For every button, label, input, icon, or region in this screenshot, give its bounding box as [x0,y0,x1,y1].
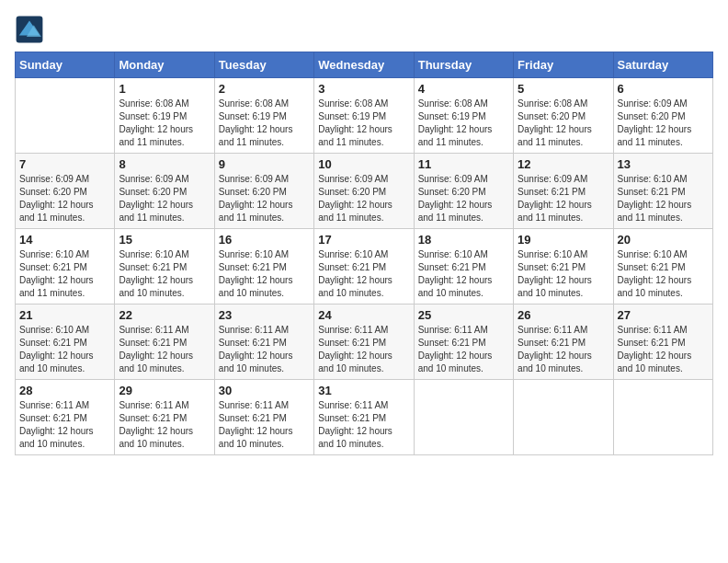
day-number: 7 [19,157,110,171]
day-info: Sunrise: 6:10 AMSunset: 6:21 PMDaylight:… [19,248,110,300]
calendar-cell: 5Sunrise: 6:08 AMSunset: 6:20 PMDaylight… [514,78,613,154]
day-info: Sunrise: 6:10 AMSunset: 6:21 PMDaylight:… [219,248,310,300]
day-info: Sunrise: 6:11 AMSunset: 6:21 PMDaylight:… [219,324,310,375]
day-info: Sunrise: 6:09 AMSunset: 6:20 PMDaylight:… [219,173,310,224]
calendar-cell: 29Sunrise: 6:11 AMSunset: 6:21 PMDayligh… [115,380,214,455]
calendar-cell: 15Sunrise: 6:10 AMSunset: 6:21 PMDayligh… [115,229,214,304]
day-info: Sunrise: 6:08 AMSunset: 6:20 PMDaylight:… [518,98,609,149]
calendar-cell: 22Sunrise: 6:11 AMSunset: 6:21 PMDayligh… [115,304,214,380]
day-number: 31 [318,384,409,397]
day-info: Sunrise: 6:11 AMSunset: 6:21 PMDaylight:… [219,399,310,451]
calendar-cell: 27Sunrise: 6:11 AMSunset: 6:21 PMDayligh… [613,304,712,380]
calendar-cell: 31Sunrise: 6:11 AMSunset: 6:21 PMDayligh… [314,380,414,455]
calendar-table: SundayMondayTuesdayWednesdayThursdayFrid… [15,52,713,455]
calendar-cell: 12Sunrise: 6:09 AMSunset: 6:21 PMDayligh… [514,154,613,229]
day-info: Sunrise: 6:11 AMSunset: 6:21 PMDaylight:… [318,324,409,375]
day-info: Sunrise: 6:09 AMSunset: 6:20 PMDaylight:… [618,98,709,149]
calendar-cell: 9Sunrise: 6:09 AMSunset: 6:20 PMDaylight… [214,154,313,229]
calendar-cell: 16Sunrise: 6:10 AMSunset: 6:21 PMDayligh… [214,229,313,304]
day-info: Sunrise: 6:09 AMSunset: 6:20 PMDaylight:… [418,173,509,224]
day-number: 30 [219,384,310,397]
calendar-cell: 30Sunrise: 6:11 AMSunset: 6:21 PMDayligh… [214,380,313,455]
day-info: Sunrise: 6:10 AMSunset: 6:21 PMDaylight:… [618,248,709,300]
calendar-cell: 19Sunrise: 6:10 AMSunset: 6:21 PMDayligh… [514,229,613,304]
day-number: 5 [518,82,609,96]
day-number: 28 [19,384,110,397]
day-number: 1 [119,82,210,96]
weekday-header-row: SundayMondayTuesdayWednesdayThursdayFrid… [16,52,713,78]
day-info: Sunrise: 6:11 AMSunset: 6:21 PMDaylight:… [518,324,609,375]
calendar-cell: 11Sunrise: 6:09 AMSunset: 6:20 PMDayligh… [414,154,513,229]
calendar-cell [16,78,115,154]
day-number: 29 [119,384,210,397]
calendar-cell: 26Sunrise: 6:11 AMSunset: 6:21 PMDayligh… [514,304,613,380]
day-number: 9 [219,157,310,171]
day-number: 6 [618,82,709,96]
day-info: Sunrise: 6:08 AMSunset: 6:19 PMDaylight:… [219,98,310,149]
day-number: 20 [618,233,709,247]
day-info: Sunrise: 6:11 AMSunset: 6:21 PMDaylight:… [19,399,110,451]
weekday-header-sunday: Sunday [16,52,115,78]
logo-icon [15,15,44,44]
day-info: Sunrise: 6:11 AMSunset: 6:21 PMDaylight:… [119,399,210,451]
day-number: 11 [418,157,509,171]
day-number: 13 [618,157,709,171]
calendar-cell: 1Sunrise: 6:08 AMSunset: 6:19 PMDaylight… [115,78,214,154]
calendar-cell: 14Sunrise: 6:10 AMSunset: 6:21 PMDayligh… [16,229,115,304]
calendar-cell: 20Sunrise: 6:10 AMSunset: 6:21 PMDayligh… [613,229,712,304]
calendar-cell: 23Sunrise: 6:11 AMSunset: 6:21 PMDayligh… [214,304,313,380]
day-number: 16 [219,233,310,247]
weekday-header-monday: Monday [115,52,214,78]
calendar-cell: 8Sunrise: 6:09 AMSunset: 6:20 PMDaylight… [115,154,214,229]
calendar-week-row: 7Sunrise: 6:09 AMSunset: 6:20 PMDaylight… [16,154,713,229]
weekday-header-saturday: Saturday [613,52,712,78]
weekday-header-wednesday: Wednesday [314,52,414,78]
calendar-cell: 4Sunrise: 6:08 AMSunset: 6:19 PMDaylight… [414,78,513,154]
weekday-header-thursday: Thursday [414,52,513,78]
calendar-cell: 13Sunrise: 6:10 AMSunset: 6:21 PMDayligh… [613,154,712,229]
calendar-cell: 6Sunrise: 6:09 AMSunset: 6:20 PMDaylight… [613,78,712,154]
day-number: 15 [119,233,210,247]
day-info: Sunrise: 6:10 AMSunset: 6:21 PMDaylight:… [618,173,709,224]
day-number: 27 [618,308,709,322]
logo [15,15,48,44]
calendar-cell: 24Sunrise: 6:11 AMSunset: 6:21 PMDayligh… [314,304,414,380]
calendar-cell: 7Sunrise: 6:09 AMSunset: 6:20 PMDaylight… [16,154,115,229]
calendar-week-row: 21Sunrise: 6:10 AMSunset: 6:21 PMDayligh… [16,304,713,380]
day-number: 19 [518,233,609,247]
day-info: Sunrise: 6:10 AMSunset: 6:21 PMDaylight:… [418,248,509,300]
day-number: 3 [318,82,409,96]
day-info: Sunrise: 6:08 AMSunset: 6:19 PMDaylight:… [318,98,409,149]
day-number: 4 [418,82,509,96]
calendar-cell: 18Sunrise: 6:10 AMSunset: 6:21 PMDayligh… [414,229,513,304]
day-info: Sunrise: 6:09 AMSunset: 6:21 PMDaylight:… [518,173,609,224]
day-info: Sunrise: 6:11 AMSunset: 6:21 PMDaylight:… [119,324,210,375]
day-number: 14 [19,233,110,247]
calendar-cell [414,380,513,455]
calendar-week-row: 14Sunrise: 6:10 AMSunset: 6:21 PMDayligh… [16,229,713,304]
day-info: Sunrise: 6:10 AMSunset: 6:21 PMDaylight:… [19,324,110,375]
calendar-week-row: 1Sunrise: 6:08 AMSunset: 6:19 PMDaylight… [16,78,713,154]
calendar-week-row: 28Sunrise: 6:11 AMSunset: 6:21 PMDayligh… [16,380,713,455]
weekday-header-friday: Friday [514,52,613,78]
day-info: Sunrise: 6:10 AMSunset: 6:21 PMDaylight:… [318,248,409,300]
calendar-cell [514,380,613,455]
day-info: Sunrise: 6:08 AMSunset: 6:19 PMDaylight:… [418,98,509,149]
day-number: 25 [418,308,509,322]
calendar-cell: 28Sunrise: 6:11 AMSunset: 6:21 PMDayligh… [16,380,115,455]
day-number: 8 [119,157,210,171]
calendar-cell: 17Sunrise: 6:10 AMSunset: 6:21 PMDayligh… [314,229,414,304]
day-info: Sunrise: 6:10 AMSunset: 6:21 PMDaylight:… [518,248,609,300]
day-number: 22 [119,308,210,322]
day-number: 17 [318,233,409,247]
day-info: Sunrise: 6:10 AMSunset: 6:21 PMDaylight:… [119,248,210,300]
calendar-cell: 2Sunrise: 6:08 AMSunset: 6:19 PMDaylight… [214,78,313,154]
day-info: Sunrise: 6:09 AMSunset: 6:20 PMDaylight:… [19,173,110,224]
day-info: Sunrise: 6:11 AMSunset: 6:21 PMDaylight:… [318,399,409,451]
day-number: 26 [518,308,609,322]
calendar-cell: 10Sunrise: 6:09 AMSunset: 6:20 PMDayligh… [314,154,414,229]
day-info: Sunrise: 6:11 AMSunset: 6:21 PMDaylight:… [418,324,509,375]
day-number: 24 [318,308,409,322]
calendar-cell: 21Sunrise: 6:10 AMSunset: 6:21 PMDayligh… [16,304,115,380]
weekday-header-tuesday: Tuesday [214,52,313,78]
